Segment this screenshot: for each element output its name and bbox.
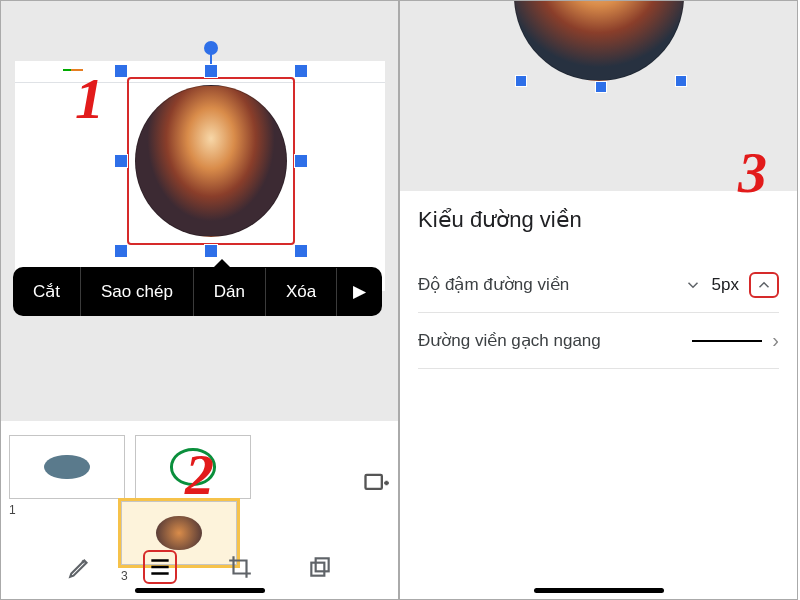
annotation-box-1 — [127, 77, 295, 245]
decrease-weight-button[interactable] — [684, 276, 702, 294]
crop-icon[interactable] — [223, 550, 257, 584]
weight-value: 5px — [712, 275, 739, 295]
weight-stepper: 5px — [684, 272, 779, 298]
resize-handle[interactable] — [675, 75, 687, 87]
resize-handle[interactable] — [515, 75, 527, 87]
border-weight-row[interactable]: Độ đậm đường viền 5px — [418, 257, 779, 313]
annotation-2: 2 — [185, 441, 214, 508]
context-cut[interactable]: Cắt — [13, 267, 81, 316]
svg-rect-0 — [366, 475, 382, 489]
border-dash-row[interactable]: Đường viền gạch ngang › — [418, 313, 779, 369]
layers-icon[interactable] — [303, 550, 337, 584]
selected-image[interactable] — [121, 71, 301, 251]
left-phone-frame: Cắt Sao chép Dán Xóa ▶ 1 2 3 — [0, 0, 399, 600]
panel-title: Kiểu đường viền — [418, 207, 779, 233]
edit-icon[interactable] — [63, 550, 97, 584]
rotation-handle[interactable] — [204, 41, 218, 55]
resize-handle[interactable] — [114, 154, 128, 168]
context-menu-arrow — [213, 259, 231, 268]
chevron-right-icon: › — [762, 329, 779, 352]
slide-canvas: Cắt Sao chép Dán Xóa ▶ — [1, 1, 398, 421]
border-dash-label: Đường viền gạch ngang — [418, 330, 692, 351]
svg-rect-1 — [315, 558, 328, 571]
cropped-circle-image — [135, 85, 287, 237]
slide-number: 1 — [9, 503, 125, 517]
border-style-panel: Kiểu đường viền Độ đậm đường viền 5px Đư… — [400, 191, 797, 385]
add-slide-button[interactable] — [362, 469, 390, 497]
annotation-3: 3 — [738, 139, 767, 206]
svg-rect-2 — [311, 563, 324, 576]
resize-handle[interactable] — [204, 64, 218, 78]
slide-thumb-1[interactable]: 1 — [9, 435, 125, 517]
resize-handle[interactable] — [204, 244, 218, 258]
resize-handle[interactable] — [114, 244, 128, 258]
dash-preview — [692, 340, 762, 342]
context-menu: Cắt Sao chép Dán Xóa ▶ — [13, 267, 382, 316]
resize-handle[interactable] — [114, 64, 128, 78]
increase-weight-button[interactable] — [749, 272, 779, 298]
context-paste[interactable]: Dán — [194, 268, 266, 316]
resize-handle[interactable] — [595, 81, 607, 93]
home-indicator[interactable] — [534, 588, 664, 593]
preview-image[interactable] — [514, 1, 684, 81]
annotation-1: 1 — [75, 65, 104, 132]
border-style-icon[interactable] — [143, 550, 177, 584]
resize-handle[interactable] — [294, 244, 308, 258]
resize-handle[interactable] — [294, 64, 308, 78]
border-weight-label: Độ đậm đường viền — [418, 274, 684, 295]
resize-handle[interactable] — [294, 154, 308, 168]
context-delete[interactable]: Xóa — [266, 268, 337, 316]
context-copy[interactable]: Sao chép — [81, 268, 194, 316]
home-indicator[interactable] — [135, 588, 265, 593]
right-phone-frame: Kiểu đường viền Độ đậm đường viền 5px Đư… — [399, 0, 798, 600]
context-more[interactable]: ▶ — [337, 267, 382, 316]
